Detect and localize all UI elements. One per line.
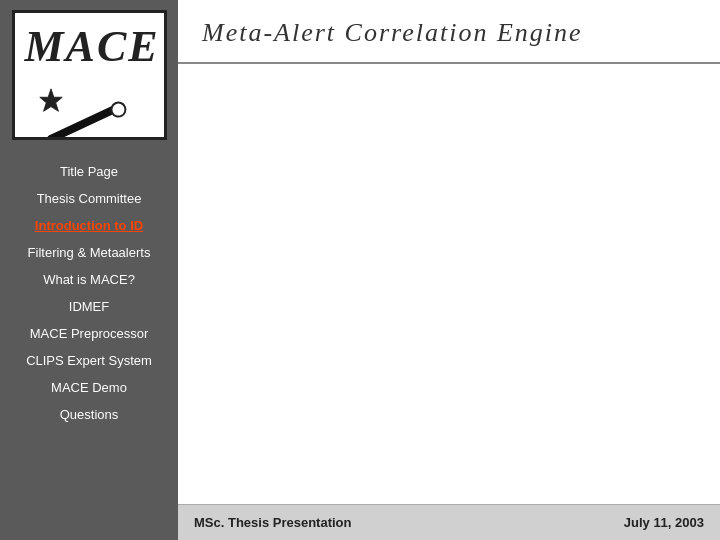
sidebar-item-mace-demo[interactable]: MACE Demo (0, 374, 178, 401)
main-content: Meta-Alert Correlation Engine MSc. Thesi… (178, 0, 720, 540)
sidebar-item-clips-expert-system[interactable]: CLIPS Expert System (0, 347, 178, 374)
footer-right: July 11, 2003 (624, 515, 704, 530)
header-area: Meta-Alert Correlation Engine (178, 0, 720, 64)
nav-menu: Title PageThesis CommitteeIntroduction t… (0, 158, 178, 428)
svg-marker-0 (39, 89, 61, 111)
sidebar-item-thesis-committee[interactable]: Thesis Committee (0, 185, 178, 212)
sidebar-item-questions[interactable]: Questions (0, 401, 178, 428)
sidebar-item-filtering-metaalerts[interactable]: Filtering & Metaalerts (0, 239, 178, 266)
sidebar-item-title-page[interactable]: Title Page (0, 158, 178, 185)
footer-left: MSc. Thesis Presentation (194, 515, 352, 530)
sidebar-item-mace-preprocessor[interactable]: MACE Preprocessor (0, 320, 178, 347)
sidebar-item-what-is-mace[interactable]: What is MACE? (0, 266, 178, 293)
sidebar-item-introduction-to-id[interactable]: Introduction to ID (0, 212, 178, 239)
header-title: Meta-Alert Correlation Engine (202, 18, 696, 48)
logo-text: MACE (25, 21, 160, 72)
content-area (178, 64, 720, 540)
footer-bar: MSc. Thesis Presentation July 11, 2003 (178, 504, 720, 540)
logo-box: MACE (12, 10, 167, 140)
sidebar-item-idmef[interactable]: IDMEF (0, 293, 178, 320)
sidebar: MACE Title PageThesis CommitteeIntroduct… (0, 0, 178, 540)
logo-star-icon (37, 87, 65, 115)
